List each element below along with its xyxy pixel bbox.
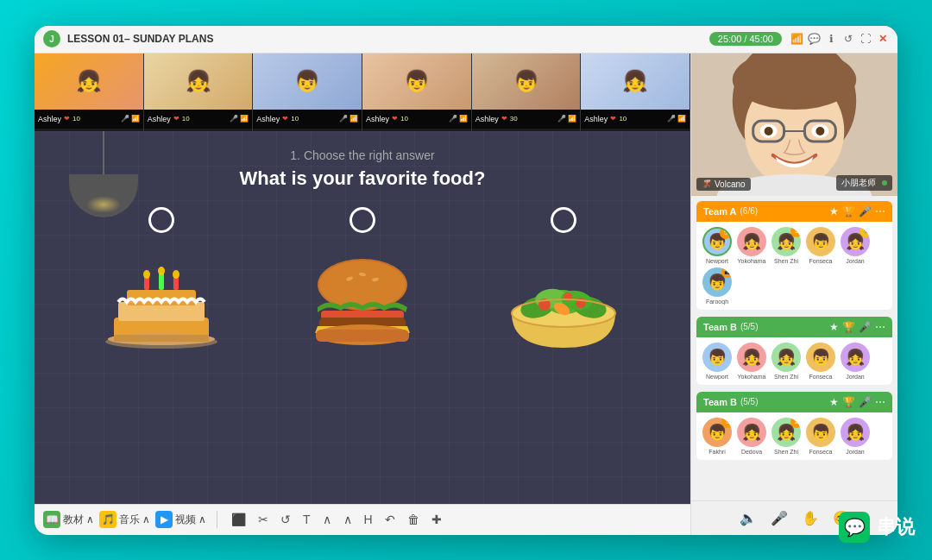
- member-badge-newport: 5: [720, 227, 732, 239]
- svg-point-43: [816, 126, 824, 135]
- music-arrow: ∧: [142, 513, 150, 525]
- team-b-count: (5/5): [740, 322, 759, 331]
- member-name-fakhri: Fakhri: [702, 449, 733, 455]
- option-hamburger[interactable]: [293, 207, 431, 352]
- textbook-label: 教材: [63, 513, 84, 527]
- member-fonseca-a: 👦 Fonseca: [805, 227, 836, 264]
- tool-line[interactable]: H: [361, 511, 376, 528]
- svg-point-8: [158, 267, 165, 275]
- member-name-newport-b: Newport: [702, 374, 733, 380]
- team-c-star-icon[interactable]: ★: [829, 396, 839, 408]
- cake-illustration: [92, 240, 230, 352]
- student-photo-2: 👧: [144, 53, 253, 110]
- answer-options: [35, 198, 690, 361]
- member-newport-a: 👦 5 Newport: [702, 227, 733, 264]
- team-c-mic-icon[interactable]: 🎤: [859, 396, 872, 408]
- student-photo-4: 👦: [362, 53, 471, 110]
- student-photo-3: 👦: [253, 53, 362, 110]
- member-jordan-b: 👧 Jordan: [840, 343, 871, 380]
- tool-draw[interactable]: ∧: [319, 511, 335, 528]
- option-cake[interactable]: [92, 207, 230, 352]
- left-panel: 👧 Ashley ❤ 10 🎤 📶 👧: [35, 53, 690, 535]
- toolbar-textbook[interactable]: 📖 教材 ∧: [43, 511, 94, 528]
- member-avatar-jordan-b: 👧: [841, 343, 870, 372]
- teacher-name-badge: 小朋老师: [836, 175, 892, 191]
- team-c-more-icon[interactable]: ⋯: [875, 396, 885, 408]
- hand-icon[interactable]: ✋: [802, 510, 819, 526]
- tool-shapes[interactable]: ∧: [340, 511, 356, 528]
- team-b-trophy-icon[interactable]: 🏆: [842, 321, 855, 333]
- option-salad[interactable]: [494, 207, 633, 352]
- member-name-yokohama-b: Yokohama: [736, 374, 767, 380]
- window-title: LESSON 01– SUNDAY PLANS: [67, 33, 709, 45]
- option-circle-cake: [148, 207, 174, 233]
- message-icon[interactable]: 💬: [808, 33, 820, 45]
- refresh-icon[interactable]: ↺: [842, 33, 854, 45]
- watermark-text: 串说: [877, 514, 915, 540]
- teacher-photo: [691, 53, 897, 196]
- member-badge-shenzhi: 9: [790, 227, 801, 237]
- member-badge-fakhri: 5: [721, 418, 732, 428]
- team-b-name: Team B: [703, 322, 737, 332]
- team-c-header: Team B (5/5) ★ 🏆 🎤 ⋯: [696, 392, 892, 412]
- toolbar-music[interactable]: 🎵 音乐 ∧: [99, 511, 150, 528]
- member-name-fonseca-a: Fonseca: [805, 258, 836, 264]
- team-b-mic-icon[interactable]: 🎤: [859, 321, 872, 333]
- tool-delete[interactable]: 🗑: [404, 511, 423, 528]
- student-item: 👦 Ashley ❤ 30 🎤 📶: [472, 53, 582, 131]
- tool-rotate[interactable]: ↺: [277, 511, 294, 528]
- info-icon[interactable]: ℹ: [825, 33, 837, 45]
- team-c-count: (5/5): [740, 397, 759, 406]
- team-b-members: 👦 Newport 👧 Yokohama 👧 Shen Zhi: [696, 337, 892, 385]
- member-name-newport-a: Newport: [702, 258, 733, 264]
- team-b-more-icon[interactable]: ⋯: [875, 321, 885, 333]
- member-name-fonseca-c: Fonseca: [805, 449, 836, 455]
- tool-grid[interactable]: ⬛: [228, 511, 249, 528]
- team-b-panel: Team B (5/5) ★ 🏆 🎤 ⋯ 👦: [696, 317, 892, 385]
- fullscreen-icon[interactable]: ⛶: [860, 33, 872, 45]
- member-fonseca-c: 👦 Fonseca: [805, 418, 836, 455]
- member-badge-shenzhi-c: 2: [790, 418, 801, 428]
- hamburger-svg: [302, 249, 423, 352]
- member-avatar-fakhri: 👦 5: [702, 418, 732, 447]
- svg-point-9: [173, 270, 179, 279]
- team-a-mic-icon[interactable]: 🎤: [859, 205, 872, 217]
- question-text: What is your favorite food?: [43, 167, 682, 190]
- member-yokohama-b: 👧 Yokohama: [736, 343, 767, 380]
- tool-crop[interactable]: ✂: [255, 511, 272, 528]
- student-item: 👧 Ashley ❤ 10 🎤 📶: [581, 53, 690, 131]
- team-a-count: (6/6): [740, 206, 759, 216]
- member-badge-faroogh: 📷: [721, 267, 732, 278]
- option-circle-hamburger: [350, 207, 375, 233]
- title-bar: J LESSON 01– SUNDAY PLANS 25:00 / 45:00 …: [35, 26, 897, 53]
- close-button[interactable]: ✕: [877, 33, 889, 45]
- member-avatar-yokohama-a: 👧: [737, 227, 766, 256]
- textbook-arrow: ∧: [86, 513, 94, 525]
- member-name-jordan-c: Jordan: [840, 449, 871, 455]
- member-avatar-yokohama-b: 👧: [737, 343, 766, 372]
- speaker-icon[interactable]: 🔈: [740, 510, 757, 526]
- tool-undo[interactable]: ↶: [381, 511, 399, 528]
- tool-add[interactable]: ✚: [428, 511, 445, 528]
- team-b-star-icon[interactable]: ★: [829, 321, 839, 333]
- member-avatar-fonseca-b: 👦: [806, 343, 835, 372]
- student-strip: 👧 Ashley ❤ 10 🎤 📶 👧: [35, 53, 690, 131]
- tool-text[interactable]: T: [299, 511, 314, 528]
- team-c-actions: ★ 🏆 🎤 ⋯: [829, 396, 885, 408]
- student-info-1: Ashley ❤ 10 🎤 📶: [35, 110, 143, 129]
- member-avatar-newport-b: 👦: [702, 343, 732, 372]
- team-a-more-icon[interactable]: ⋯: [875, 205, 885, 217]
- teacher-video: 🌋 Volcano 小朋老师: [691, 53, 897, 196]
- student-item: 👦 Ashley ❤ 10 🎤 📶: [362, 53, 472, 131]
- team-a-trophy-icon[interactable]: 🏆: [842, 205, 855, 217]
- toolbar-video[interactable]: ▶ 视频 ∧: [155, 511, 206, 528]
- team-a-panel: Team A (6/6) ★ 🏆 🎤 ⋯: [696, 201, 892, 310]
- team-c-trophy-icon[interactable]: 🏆: [842, 396, 855, 408]
- mic-icon[interactable]: 🎤: [771, 510, 788, 526]
- team-a-star-icon[interactable]: ★: [829, 205, 839, 217]
- student-info-6: Ashley ❤ 10 🎤 📶: [581, 110, 690, 129]
- member-avatar-faroogh-a: 👦 📷: [702, 267, 732, 297]
- team-a-name: Team A: [703, 206, 737, 217]
- toolbar-separator-1: [217, 511, 217, 528]
- team-a-actions: ★ 🏆 🎤 ⋯: [829, 205, 885, 217]
